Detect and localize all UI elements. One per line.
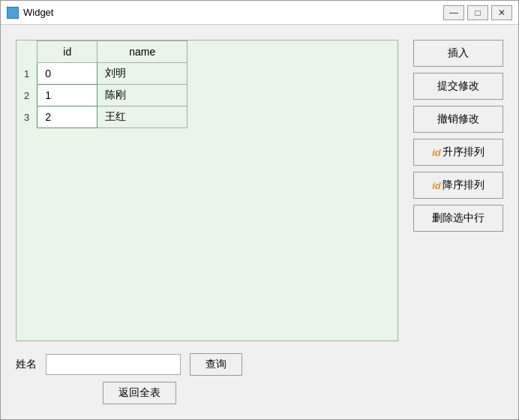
row-number: 1 [16,63,38,85]
name-cell[interactable]: 王红 [98,106,188,128]
maximize-button[interactable]: □ [467,5,488,20]
window-title: Widget [23,7,443,18]
id-cell[interactable]: 2 [38,106,98,128]
minimize-button[interactable]: — [443,5,464,20]
submit-button[interactable]: 提交修改 [413,73,503,100]
empty-cell [188,63,398,85]
app-icon [7,7,19,19]
extra-header [188,41,398,63]
empty-cell [188,85,398,106]
main-content: id name 1 0 刘明 2 [1,25,518,419]
row-num-header [16,41,38,63]
row-number: 3 [16,106,38,128]
sort-desc-button[interactable]: id 降序排列 [413,172,503,199]
back-row: 返回全表 [59,382,398,404]
id-desc-icon: id [432,180,441,191]
search-label: 姓名 [16,358,37,371]
name-column-header: name [98,41,188,63]
table-header-row: id name [16,41,398,63]
left-panel: id name 1 0 刘明 2 [16,40,398,404]
search-row: 姓名 查询 [16,353,398,376]
insert-button[interactable]: 插入 [413,40,503,67]
query-button[interactable]: 查询 [190,353,242,376]
search-input[interactable] [46,354,181,375]
sort-asc-button[interactable]: id 升序排列 [413,139,503,166]
data-table-container: id name 1 0 刘明 2 [16,40,398,341]
delete-button[interactable]: 删除选中行 [413,205,503,232]
id-asc-icon: id [432,147,441,158]
id-column-header: id [38,41,98,63]
row-number: 2 [16,85,38,106]
cancel-button[interactable]: 撤销修改 [413,106,503,133]
main-window: Widget — □ ✕ id name [0,0,519,420]
close-button[interactable]: ✕ [491,5,512,20]
title-bar: Widget — □ ✕ [1,1,518,25]
table-row[interactable]: 3 2 王红 [16,106,398,128]
table-row[interactable]: 2 1 陈刚 [16,85,398,106]
table-row[interactable]: 1 0 刘明 [16,63,398,85]
id-cell[interactable]: 1 [38,85,98,106]
name-cell[interactable]: 刘明 [98,63,188,85]
empty-cell [188,106,398,128]
id-cell[interactable]: 0 [38,63,98,85]
back-button[interactable]: 返回全表 [103,382,176,404]
right-panel: 插入 提交修改 撤销修改 id 升序排列 id 降序排列 删除选中行 [413,40,503,404]
name-cell[interactable]: 陈刚 [98,85,188,106]
window-controls: — □ ✕ [443,5,512,20]
data-table: id name 1 0 刘明 2 [16,40,398,128]
